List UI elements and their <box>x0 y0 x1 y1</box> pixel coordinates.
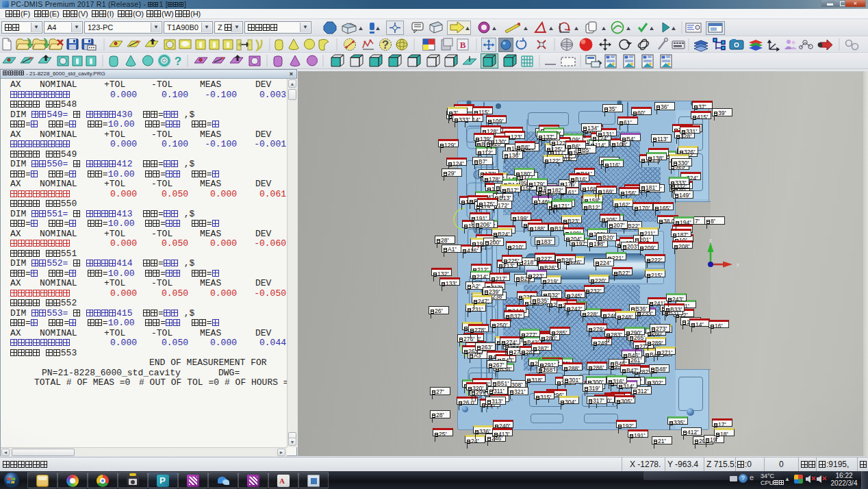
svg-text:?: ? <box>175 55 181 68</box>
svg-text:z: z <box>709 238 712 242</box>
svg-text:B: B <box>460 40 466 50</box>
svg-text:x: x <box>737 262 739 267</box>
svg-text:?: ? <box>382 38 389 51</box>
